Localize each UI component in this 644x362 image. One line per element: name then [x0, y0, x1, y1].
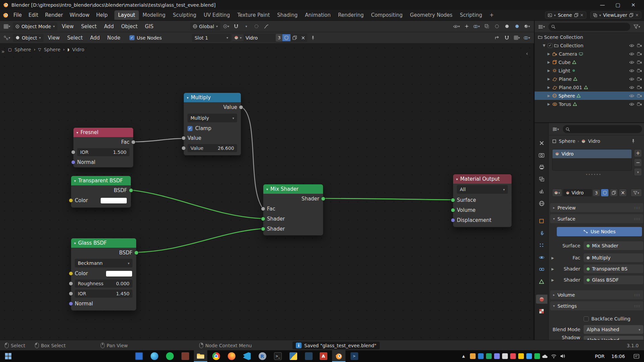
tray-icon-5[interactable]	[509, 350, 517, 362]
material-users-button[interactable]: 3	[593, 190, 600, 196]
disable-render-icon[interactable]	[637, 44, 642, 47]
tab-sculpting[interactable]: Sculpting	[169, 10, 200, 20]
distribution-dropdown[interactable]: Beckmann ▾	[75, 259, 132, 267]
expand-icon[interactable]: ▶	[551, 256, 554, 260]
tab-texture-paint[interactable]: Texture Paint	[233, 10, 273, 20]
node-mix-shader[interactable]: ▾ Mix Shader Shader Fac Shader Shader	[263, 184, 323, 236]
shader2-node-widget[interactable]: Glass BSDF	[584, 276, 643, 284]
tab-geometry-nodes[interactable]: Geometry Nodes	[406, 10, 456, 20]
snap-settings-button[interactable]: ▾	[242, 22, 251, 31]
panel-preview[interactable]: ▸ Preview ::::	[550, 203, 643, 212]
socket-in-volume[interactable]	[451, 208, 455, 213]
tab-uv-editing[interactable]: UV Editing	[200, 10, 233, 20]
taskbar-app-firefox[interactable]	[225, 350, 238, 362]
shader-type-dropdown[interactable]: Object ▾	[13, 34, 44, 42]
collapse-icon[interactable]: ▾	[74, 179, 76, 183]
overlays-button[interactable]: ▾	[472, 22, 481, 31]
hide-eye-icon[interactable]	[629, 52, 634, 56]
taskbar-app-vscode[interactable]	[240, 350, 254, 362]
material-slot-item[interactable]: Vidro	[552, 149, 632, 158]
tab-texture[interactable]	[536, 307, 547, 316]
taskbar-app-terminal[interactable]: >_	[271, 350, 284, 362]
outliner-row-light[interactable]: ▶ Light	[535, 66, 644, 75]
pin-icon[interactable]	[309, 34, 317, 42]
overlays-node-button[interactable]: ▾	[523, 34, 531, 42]
socket-in-ior[interactable]	[71, 150, 75, 155]
tab-scripting[interactable]: Scripting	[456, 10, 486, 20]
tray-icon-onedrive[interactable]	[541, 350, 549, 362]
drag-handle-icon[interactable]: ::::	[634, 293, 640, 297]
node-header[interactable]: ▾ Glass BSDF	[71, 238, 136, 248]
socket-out-value[interactable]	[239, 105, 243, 110]
tab-object-data[interactable]	[536, 277, 547, 286]
tab-particles[interactable]	[536, 241, 547, 250]
shadow-mode-dropdown[interactable]: Alpha Hashed▾	[584, 336, 643, 340]
tab-render[interactable]	[536, 150, 547, 160]
material-slot-dropdown[interactable]: Slot 1▾	[192, 34, 231, 42]
expand-icon[interactable]: ▶	[551, 267, 554, 271]
pivot-point-button[interactable]: ▾	[222, 22, 230, 31]
collection-checkbox[interactable]: ✓	[548, 43, 552, 48]
falloff-button[interactable]	[262, 22, 271, 31]
remove-viewlayer-icon[interactable]: ×	[635, 13, 639, 17]
tray-icon-teams[interactable]	[493, 350, 500, 362]
value2-field[interactable]: Value 26.600	[187, 144, 237, 152]
browse-material-button[interactable]: ▾	[552, 189, 562, 197]
tab-view-layer[interactable]	[536, 175, 547, 184]
sh-menu-add[interactable]: Add	[87, 34, 103, 42]
new-material-button[interactable]	[610, 189, 618, 197]
sidebar-expand-icon[interactable]: ‹	[526, 50, 528, 57]
tab-layout[interactable]: Layout	[114, 10, 139, 20]
drag-handle-icon[interactable]: ::::	[634, 217, 640, 221]
blend-mode-dropdown[interactable]: Alpha Hashed▾	[584, 325, 643, 334]
hide-eye-icon[interactable]	[629, 94, 634, 98]
socket-in-fac[interactable]	[261, 207, 265, 211]
tab-object[interactable]	[536, 217, 547, 226]
taskbar-app-edge[interactable]	[148, 350, 161, 362]
socket-in-color[interactable]	[69, 198, 73, 203]
add-workspace-button[interactable]: +	[486, 10, 498, 20]
drag-handle-icon[interactable]: ::::	[634, 205, 640, 210]
use-nodes-button[interactable]: Use Nodes	[557, 227, 642, 236]
outliner-row-plane[interactable]: ▶ Plane	[535, 75, 644, 83]
material-slot-list[interactable]: Vidro	[552, 149, 632, 171]
hide-eye-icon[interactable]	[629, 103, 634, 106]
outliner-row-sphere[interactable]: ▶ Sphere	[535, 92, 644, 100]
expand-icon[interactable]: ▶	[551, 278, 554, 282]
tab-modifiers[interactable]	[536, 229, 547, 238]
tab-tool[interactable]	[536, 138, 547, 147]
vp-menu-view[interactable]: View	[59, 22, 77, 31]
tab-modeling[interactable]: Modeling	[139, 10, 169, 20]
language-indicator[interactable]: POR	[592, 350, 607, 362]
unlink-scene-icon[interactable]: ×	[580, 13, 584, 17]
filter-button[interactable]: ▾	[633, 23, 641, 31]
node-transparent-bsdf[interactable]: ▾ Transparent BSDF BSDF Color	[71, 176, 131, 208]
hide-eye-icon[interactable]	[629, 77, 634, 81]
close-button[interactable]: ✕	[626, 0, 641, 10]
socket-in-normal[interactable]	[71, 160, 75, 165]
operation-dropdown[interactable]: Multiply ▾	[187, 114, 237, 122]
vp-menu-gis[interactable]: GIS	[142, 22, 157, 31]
use-nodes-checkbox[interactable]: ✓	[129, 35, 135, 40]
blender-menu-icon[interactable]	[3, 12, 9, 18]
tray-icon-4[interactable]	[501, 350, 508, 362]
node-multiply[interactable]: ▾ Multiply Value Multiply ▾ ✓ Clamp Valu…	[183, 93, 241, 156]
shading-rendered-button[interactable]: ▾	[523, 22, 531, 31]
snap-node-button[interactable]	[502, 34, 511, 42]
tray-icon-shield[interactable]	[485, 350, 492, 362]
tray-expand-button[interactable]: ▲	[460, 350, 467, 362]
editor-type-button[interactable]: ▾	[3, 22, 11, 31]
collapse-icon[interactable]: ▾	[74, 241, 76, 245]
taskbar-app-calendar[interactable]	[132, 350, 146, 362]
breadcrumb-object[interactable]: Sphere	[559, 138, 575, 144]
collapse-icon[interactable]: ▾	[76, 131, 78, 134]
color-swatch[interactable]	[106, 270, 132, 277]
material-users-button[interactable]: 3	[276, 34, 282, 42]
menu-edit[interactable]: Edit	[25, 11, 42, 19]
tab-constraints[interactable]	[536, 265, 547, 274]
socket-in-value1[interactable]	[181, 136, 186, 140]
socket-in-surface[interactable]	[451, 198, 455, 202]
notification-center-button[interactable]	[632, 350, 641, 362]
tab-material[interactable]	[536, 295, 547, 304]
drag-handle-icon[interactable]: ::::	[634, 304, 640, 308]
